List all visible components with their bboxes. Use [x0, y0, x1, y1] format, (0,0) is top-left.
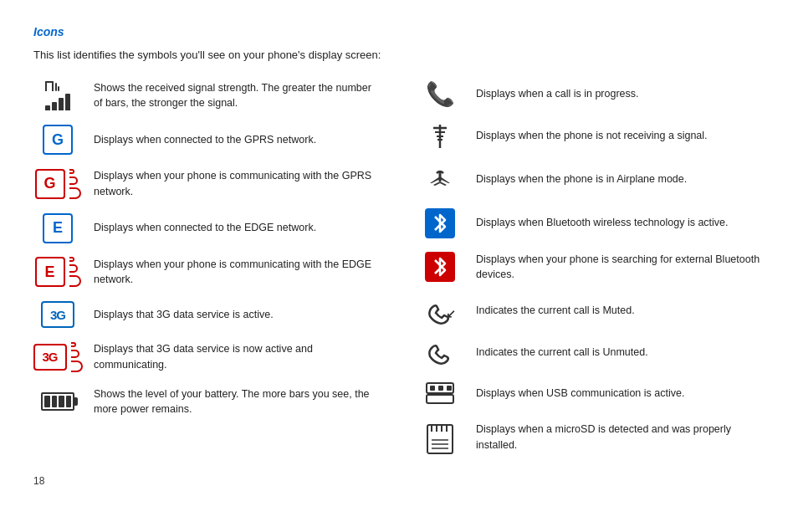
- svg-text:↙: ↙: [446, 307, 456, 320]
- edge-comm-desc: Displays when your phone is communicatin…: [94, 257, 382, 289]
- list-item: ↙ Indicates the current call is Muted.: [416, 296, 765, 325]
- bluetooth-active-icon: [416, 208, 464, 238]
- list-item: E Displays when connected to the EDGE ne…: [33, 213, 382, 243]
- call-muted-icon: ↙: [416, 296, 464, 325]
- right-column: 📞 Displays when a call is in progress.: [416, 80, 765, 456]
- gprs-connected-icon: G: [33, 125, 82, 155]
- no-signal-icon: [416, 121, 464, 151]
- list-item: Displays when a microSD is detected and …: [416, 420, 765, 455]
- list-item: Displays when USB communication is activ…: [416, 380, 765, 407]
- call-in-progress-desc: Displays when a call is in progress.: [476, 86, 765, 102]
- intro-text: This list identifies the symbols you'll …: [33, 47, 393, 64]
- svg-rect-9: [427, 395, 453, 403]
- microsd-desc: Displays when a microSD is detected and …: [476, 422, 765, 453]
- gprs-connected-desc: Displays when connected to the GPRS netw…: [94, 132, 382, 148]
- microsd-icon: [416, 420, 464, 455]
- list-item: G Displays when connected to the GPRS ne…: [33, 125, 382, 155]
- 3g-active-icon: 3G: [33, 301, 82, 328]
- usb-active-desc: Displays when USB communication is activ…: [476, 386, 765, 402]
- page-number: 18: [33, 475, 765, 487]
- left-column: Shows the received signal strength. The …: [33, 80, 382, 456]
- gprs-comm-icon: G: [33, 169, 82, 199]
- list-item: Indicates the current call is Unmuted.: [416, 338, 765, 366]
- bluetooth-searching-icon: [416, 252, 464, 282]
- list-item: G Displays when your phone is communicat…: [33, 168, 382, 200]
- bluetooth-searching-desc: Displays when your phone is searching fo…: [476, 252, 765, 284]
- bluetooth-active-desc: Displays when Bluetooth wireless technol…: [476, 215, 765, 231]
- airplane-mode-icon: [416, 165, 464, 195]
- call-muted-desc: Indicates the current call is Muted.: [476, 303, 765, 319]
- edge-connected-icon: E: [33, 213, 82, 243]
- edge-comm-icon: E: [33, 257, 82, 287]
- no-signal-desc: Displays when the phone is not receiving…: [476, 128, 765, 144]
- call-unmuted-icon: [416, 338, 464, 366]
- list-item: Displays when your phone is searching fo…: [416, 252, 765, 284]
- page-container: Icons This list identifies the symbols y…: [33, 25, 765, 487]
- airplane-mode-desc: Displays when the phone is in Airplane m…: [476, 171, 765, 187]
- battery-desc: Shows the level of your battery. The mor…: [94, 386, 382, 418]
- list-item: Displays when the phone is not receiving…: [416, 121, 765, 151]
- 3g-active-desc: Displays that 3G data service is active.: [94, 307, 382, 323]
- 3g-comm-icon: 3G: [33, 342, 82, 372]
- svg-rect-10: [430, 386, 435, 391]
- list-item: Displays when the phone is in Airplane m…: [416, 165, 765, 195]
- list-item: Displays when Bluetooth wireless technol…: [416, 208, 765, 238]
- usb-active-icon: [416, 380, 464, 407]
- svg-rect-11: [438, 386, 443, 391]
- gprs-comm-desc: Displays when your phone is communicatin…: [94, 168, 382, 200]
- signal-strength-icon: [33, 81, 82, 110]
- edge-connected-desc: Displays when connected to the EDGE netw…: [94, 220, 382, 236]
- list-item: 📞 Displays when a call is in progress.: [416, 80, 765, 108]
- list-item: 3G Displays that 3G data service is acti…: [33, 301, 382, 328]
- list-item: Shows the level of your battery. The mor…: [33, 386, 382, 418]
- call-in-progress-icon: 📞: [416, 80, 464, 108]
- call-unmuted-desc: Indicates the current call is Unmuted.: [476, 345, 765, 361]
- battery-icon: [33, 392, 82, 411]
- list-item: E Displays when your phone is communicat…: [33, 257, 382, 289]
- section-title: Icons: [33, 25, 765, 38]
- list-item: Shows the received signal strength. The …: [33, 80, 382, 112]
- 3g-comm-desc: Displays that 3G data service is now act…: [94, 341, 382, 373]
- signal-strength-desc: Shows the received signal strength. The …: [94, 80, 382, 112]
- list-item: 3G Displays that 3G data service is now …: [33, 341, 382, 373]
- svg-rect-12: [447, 386, 452, 391]
